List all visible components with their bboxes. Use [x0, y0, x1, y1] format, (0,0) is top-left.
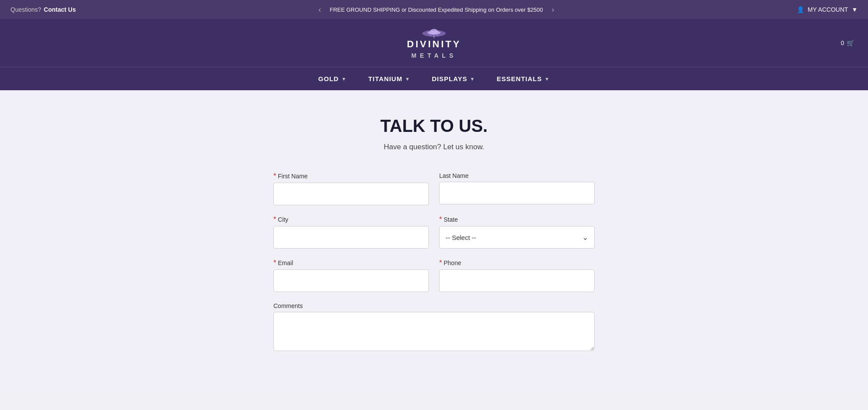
email-group: * Email — [273, 259, 429, 292]
city-input[interactable] — [273, 226, 429, 249]
account-area[interactable]: 👤 MY ACCOUNT ▼ — [797, 6, 858, 13]
email-phone-row: * Email * Phone — [273, 259, 595, 292]
nav-bar: GOLD ▼ TITANIUM ▼ DISPLAYS ▼ ESSENTIALS … — [0, 67, 868, 90]
essentials-dropdown-icon: ▼ — [545, 76, 550, 82]
first-name-label: * First Name — [273, 172, 429, 180]
phone-input[interactable] — [439, 269, 595, 292]
nav-item-essentials[interactable]: ESSENTIALS ▼ — [497, 75, 550, 82]
promo-text: FREE GROUND SHIPPING or Discounted Exped… — [330, 7, 543, 13]
account-icon: 👤 — [797, 6, 804, 13]
svg-point-2 — [430, 29, 438, 34]
comments-textarea[interactable] — [273, 312, 595, 351]
top-bar-left: Questions? Contact Us — [10, 6, 76, 13]
phone-group: * Phone — [439, 259, 595, 292]
state-label: * State — [439, 216, 595, 223]
last-name-group: Last Name — [439, 172, 595, 205]
nav-item-displays[interactable]: DISPLAYS ▼ — [432, 75, 475, 82]
first-name-required: * — [273, 172, 276, 180]
state-select[interactable]: -- Select -- Alabama Alaska Arizona Cali… — [439, 226, 595, 249]
top-bar-center: ‹ FREE GROUND SHIPPING or Discounted Exp… — [76, 5, 797, 14]
first-name-input[interactable] — [273, 183, 429, 205]
questions-label: Questions? — [10, 6, 41, 13]
cart-area[interactable]: 0 🛒 — [841, 39, 854, 46]
comments-label: Comments — [273, 302, 595, 309]
page-title: TALK TO US. — [380, 116, 487, 136]
svg-point-4 — [429, 35, 431, 36]
cart-icon: 🛒 — [847, 39, 854, 46]
name-row: * First Name Last Name — [273, 172, 595, 205]
nav-item-gold[interactable]: GOLD ▼ — [318, 75, 346, 82]
email-input[interactable] — [273, 269, 429, 292]
city-required: * — [273, 216, 276, 223]
logo-line1: DIVINITY METALS — [407, 39, 461, 60]
promo-prev-button[interactable]: ‹ — [319, 5, 321, 14]
displays-dropdown-icon: ▼ — [470, 76, 475, 82]
gold-dropdown-icon: ▼ — [342, 76, 347, 82]
site-header: DIVINITY METALS 0 🛒 — [0, 19, 868, 67]
logo[interactable]: DIVINITY METALS — [407, 26, 461, 60]
titanium-dropdown-icon: ▼ — [405, 76, 410, 82]
contact-us-link[interactable]: Contact Us — [44, 6, 76, 13]
cart-count: 0 — [841, 39, 844, 46]
first-name-group: * First Name — [273, 172, 429, 205]
promo-next-button[interactable]: › — [552, 5, 554, 14]
state-required: * — [439, 216, 442, 223]
state-group: * State -- Select -- Alabama Alaska Ariz… — [439, 216, 595, 249]
city-label: * City — [273, 216, 429, 223]
account-label: MY ACCOUNT — [808, 6, 848, 13]
phone-label: * Phone — [439, 259, 595, 267]
nav-item-titanium[interactable]: TITANIUM ▼ — [368, 75, 410, 82]
page-content: TALK TO US. Have a question? Let us know… — [0, 90, 868, 394]
page-subtitle: Have a question? Let us know. — [384, 143, 484, 151]
email-label: * Email — [273, 259, 429, 267]
phone-required: * — [439, 259, 442, 267]
city-group: * City — [273, 216, 429, 249]
top-bar: Questions? Contact Us ‹ FREE GROUND SHIP… — [0, 0, 868, 19]
email-required: * — [273, 259, 276, 267]
last-name-label: Last Name — [439, 172, 595, 179]
last-name-input[interactable] — [439, 182, 595, 204]
comments-group: Comments — [273, 302, 595, 351]
account-dropdown-icon: ▼ — [852, 6, 858, 13]
contact-form: * First Name Last Name * City — [273, 172, 595, 351]
state-select-wrapper: -- Select -- Alabama Alaska Arizona Cali… — [439, 226, 595, 249]
logo-icon — [421, 26, 447, 38]
svg-point-5 — [437, 35, 439, 36]
city-state-row: * City * State -- Select -- Alabama Alas… — [273, 216, 595, 249]
